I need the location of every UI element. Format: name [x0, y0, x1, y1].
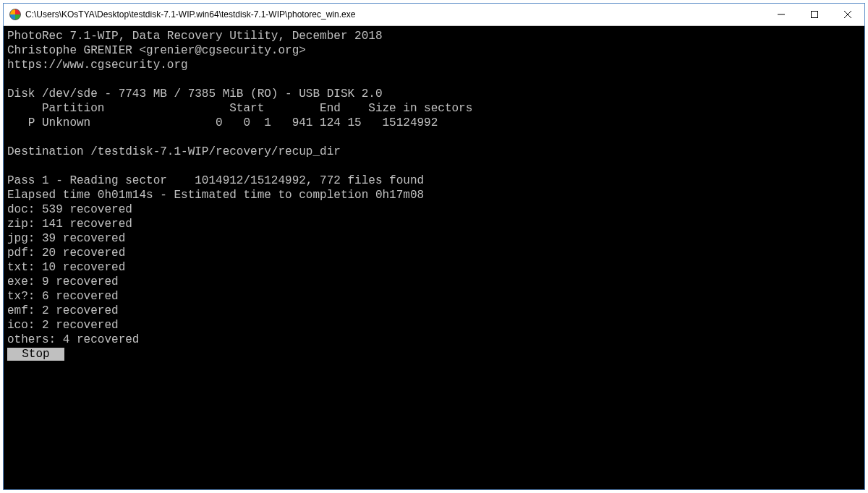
elapsed-line: Elapsed time 0h01m14s - Estimated time t… — [7, 189, 424, 202]
recovered-others: others: 4 recovered — [7, 333, 139, 346]
close-button[interactable] — [831, 4, 864, 26]
minimize-button[interactable] — [765, 4, 798, 26]
recovered-jpg: jpg: 39 recovered — [7, 232, 125, 245]
partition-columns: Partition Start End Size in sectors — [7, 102, 472, 115]
partition-row: P Unknown 0 0 1 941 124 15 15124992 — [7, 116, 438, 129]
maximize-button[interactable] — [798, 4, 831, 26]
recovered-txq: tx?: 6 recovered — [7, 290, 119, 303]
recovered-zip: zip: 141 recovered — [7, 218, 132, 231]
recovered-txt: txt: 10 recovered — [7, 261, 125, 274]
app-window: C:\Users\KOsTYA\Desktop\testdisk-7.1-WIP… — [3, 3, 865, 490]
pass-line: Pass 1 - Reading sector 1014912/15124992… — [7, 174, 424, 187]
app-icon — [9, 9, 21, 20]
terminal-output: PhotoRec 7.1-WIP, Data Recovery Utility,… — [4, 27, 864, 489]
stop-button[interactable]: Stop — [7, 348, 64, 361]
author-line: Christophe GRENIER <grenier@cgsecurity.o… — [7, 44, 306, 57]
banner-line: PhotoRec 7.1-WIP, Data Recovery Utility,… — [7, 30, 382, 43]
disk-line: Disk /dev/sde - 7743 MB / 7385 MiB (RO) … — [7, 87, 382, 100]
close-icon — [844, 11, 851, 18]
destination-line: Destination /testdisk-7.1-WIP/recovery/r… — [7, 145, 341, 158]
recovered-ico: ico: 2 recovered — [7, 319, 119, 332]
recovered-exe: exe: 9 recovered — [7, 275, 119, 288]
minimize-icon — [778, 11, 785, 18]
window-title: C:\Users\KOsTYA\Desktop\testdisk-7.1-WIP… — [25, 9, 355, 20]
recovered-doc: doc: 539 recovered — [7, 203, 132, 216]
recovered-emf: emf: 2 recovered — [7, 304, 119, 317]
recovered-pdf: pdf: 20 recovered — [7, 246, 125, 260]
svg-rect-1 — [812, 12, 818, 18]
url-line: https://www.cgsecurity.org — [7, 59, 188, 72]
maximize-icon — [811, 11, 818, 18]
title-bar[interactable]: C:\Users\KOsTYA\Desktop\testdisk-7.1-WIP… — [4, 4, 864, 26]
